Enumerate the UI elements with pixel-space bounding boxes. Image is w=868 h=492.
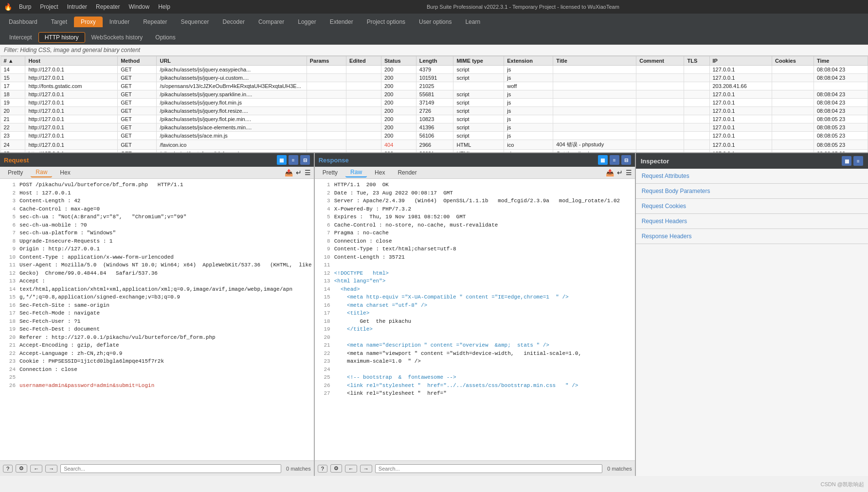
response-help-btn[interactable]: ? xyxy=(318,465,327,473)
menu-intruder[interactable]: Intruder xyxy=(63,2,91,11)
response-toolbar-send[interactable]: 📤 xyxy=(606,169,614,176)
table-row[interactable]: 23http://127.0.0.1GET/pikachu/assets/js/… xyxy=(0,132,868,140)
inspector-request-headers[interactable]: Request Headers xyxy=(636,214,868,229)
proxy-tab-http-history[interactable]: HTTP history xyxy=(38,32,85,43)
col-time[interactable]: Time xyxy=(814,56,868,66)
response-tab-raw[interactable]: Raw xyxy=(345,168,367,177)
tab-comparer[interactable]: Comparer xyxy=(252,17,291,27)
inspector-request-cookies[interactable]: Request Cookies xyxy=(636,199,868,214)
col-method[interactable]: Method xyxy=(118,56,157,66)
request-tab-pretty[interactable]: Pretty xyxy=(3,168,28,177)
request-line: 8Upgrade-Insecure-Requests : 1 xyxy=(2,237,312,246)
col-tls[interactable]: TLS xyxy=(684,56,709,66)
col-cookies[interactable]: Cookies xyxy=(772,56,814,66)
table-row[interactable]: 25http://127.0.0.1GET/pikachu/vul/burtef… xyxy=(0,150,868,154)
response-split-icon[interactable]: ⊟ xyxy=(621,155,631,165)
col-comment[interactable]: Comment xyxy=(636,56,684,66)
response-tab-render[interactable]: Render xyxy=(393,168,421,177)
tab-extender[interactable]: Extender xyxy=(323,17,360,27)
menu-burp[interactable]: Burp xyxy=(15,2,35,11)
response-line: 21 <meta name="description " content ="o… xyxy=(317,341,633,350)
request-tab-raw[interactable]: Raw xyxy=(31,168,52,177)
request-line: 22Accept-Language : zh-CN,zh;q=0.9 xyxy=(2,350,312,358)
response-line: 19 </title> xyxy=(317,325,633,334)
request-search-input[interactable] xyxy=(60,464,281,473)
response-line: 12<!DOCTYPE html> xyxy=(317,269,633,278)
request-toolbar-wrap[interactable]: ↵ xyxy=(296,169,302,176)
tab-intruder[interactable]: Intruder xyxy=(103,17,136,27)
request-tab-hex[interactable]: Hex xyxy=(55,168,75,177)
table-row[interactable]: 17http://fonts.gstatic.comGET/s/opensans… xyxy=(0,82,868,90)
inspector-icon-1[interactable]: ▦ xyxy=(842,156,851,166)
tab-learn[interactable]: Learn xyxy=(458,17,487,27)
col-length[interactable]: Length xyxy=(416,56,453,66)
tab-user-options[interactable]: User options xyxy=(412,17,458,27)
request-prev-btn[interactable]: ← xyxy=(30,465,42,473)
menu-window[interactable]: Window xyxy=(125,2,153,11)
col-title[interactable]: Title xyxy=(553,56,636,66)
request-settings-btn[interactable]: ⚙ xyxy=(16,464,27,473)
response-next-btn[interactable]: → xyxy=(360,465,372,473)
response-settings-btn[interactable]: ⚙ xyxy=(330,464,342,473)
tab-decoder[interactable]: Decoder xyxy=(216,17,252,27)
tab-project-options[interactable]: Project options xyxy=(360,17,412,27)
response-line: 6Cache-Control : no-store, no-cache, mus… xyxy=(317,221,633,229)
response-search-input[interactable] xyxy=(375,464,602,473)
request-toolbar-send[interactable]: 📤 xyxy=(285,169,293,176)
col-url[interactable]: URL xyxy=(157,56,307,66)
table-row[interactable]: 22http://127.0.0.1GET/pikachu/assets/js/… xyxy=(0,123,868,132)
response-tab-pretty[interactable]: Pretty xyxy=(318,168,343,177)
tab-dashboard[interactable]: Dashboard xyxy=(2,17,44,27)
main-tab-bar: Dashboard Target Proxy Intruder Repeater… xyxy=(0,14,868,30)
proxy-tab-websockets[interactable]: WebSockets history xyxy=(85,32,149,43)
request-line: 20Referer : http://127.0.0.1/pikachu/vul… xyxy=(2,334,312,342)
request-next-btn[interactable]: → xyxy=(45,465,57,473)
table-row[interactable]: 24http://127.0.0.1GET/favicon.ico4042966… xyxy=(0,140,868,150)
response-prev-btn[interactable]: ← xyxy=(345,465,357,473)
request-format-icon[interactable]: ▦ xyxy=(277,155,287,165)
table-row[interactable]: 19http://127.0.0.1GET/pikachu/assets/js/… xyxy=(0,99,868,107)
inspector-request-attributes[interactable]: Request Attributes xyxy=(636,169,868,184)
table-row[interactable]: 15http://127.0.0.1GET/pikachu/assets/js/… xyxy=(0,74,868,82)
request-code-area[interactable]: 1POST /pikachu/vul/burteforce/bf_form.ph… xyxy=(0,179,314,460)
table-row[interactable]: 18http://127.0.0.1GET/pikachu/assets/js/… xyxy=(0,90,868,99)
menu-project[interactable]: Project xyxy=(36,2,62,11)
col-ip[interactable]: IP xyxy=(709,56,772,66)
col-status[interactable]: Status xyxy=(381,56,416,66)
proxy-tab-intercept[interactable]: Intercept xyxy=(3,32,38,43)
col-host[interactable]: Host xyxy=(25,56,118,66)
col-params[interactable]: Params xyxy=(307,56,346,66)
col-num[interactable]: # ▲ xyxy=(0,56,25,66)
col-ext[interactable]: Extension xyxy=(504,56,553,66)
response-tab-hex[interactable]: Hex xyxy=(370,168,390,177)
table-row[interactable]: 21http://127.0.0.1GET/pikachu/assets/js/… xyxy=(0,115,868,123)
request-line: 5sec-ch-ua : "Not(A:Brand";v="8", "Chrom… xyxy=(2,213,312,221)
table-row[interactable]: 20http://127.0.0.1GET/pikachu/assets/js/… xyxy=(0,107,868,115)
response-toolbar-wrap[interactable]: ↵ xyxy=(617,169,623,176)
col-mime[interactable]: MIME type xyxy=(453,56,504,66)
menu-help[interactable]: Help xyxy=(154,2,174,11)
tab-sequencer[interactable]: Sequencer xyxy=(174,17,216,27)
response-toolbar-menu[interactable]: ☰ xyxy=(626,169,632,176)
request-list-icon[interactable]: ≡ xyxy=(289,155,298,165)
response-code-area[interactable]: 1HTTP/1.1 200 OK2Date : Tue, 23 Aug 2022… xyxy=(315,179,635,460)
request-split-icon[interactable]: ⊟ xyxy=(300,155,310,165)
response-list-icon[interactable]: ≡ xyxy=(610,155,619,165)
proxy-tab-options[interactable]: Options xyxy=(149,32,181,43)
tab-repeater[interactable]: Repeater xyxy=(136,17,174,27)
tab-target[interactable]: Target xyxy=(44,17,74,27)
inspector-icon-2[interactable]: ≡ xyxy=(853,156,863,166)
table-row[interactable]: 14http://127.0.0.1GET/pikachu/assets/js/… xyxy=(0,66,868,74)
filter-bar[interactable]: Filter: Hiding CSS, image and general bi… xyxy=(0,45,868,56)
response-format-icon[interactable]: ▦ xyxy=(598,155,608,165)
tab-logger[interactable]: Logger xyxy=(291,17,323,27)
request-help-btn[interactable]: ? xyxy=(3,465,13,473)
request-title: Request xyxy=(4,157,29,164)
tab-proxy[interactable]: Proxy xyxy=(74,17,103,27)
inspector-request-body-params[interactable]: Request Body Parameters xyxy=(636,184,868,199)
col-edited[interactable]: Edited xyxy=(346,56,381,66)
inspector-response-headers[interactable]: Response Headers xyxy=(636,229,868,244)
history-table-container[interactable]: # ▲ Host Method URL Params Edited Status… xyxy=(0,56,868,153)
request-toolbar-menu[interactable]: ☰ xyxy=(305,169,311,176)
menu-repeater[interactable]: Repeater xyxy=(92,2,124,11)
